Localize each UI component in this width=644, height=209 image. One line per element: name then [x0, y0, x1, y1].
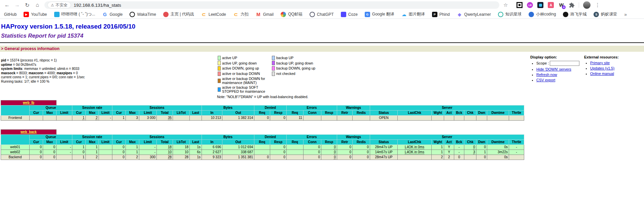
- external-resource-link[interactable]: Primary site: [590, 61, 610, 65]
- profile-avatar[interactable]: [583, 1, 591, 9]
- stat-cell: [190, 115, 202, 120]
- stat-cell: [303, 115, 321, 120]
- external-resource-link[interactable]: Online manual: [590, 72, 614, 76]
- bookmark-item[interactable]: PPhind: [432, 12, 450, 17]
- bookmark-item[interactable]: GGoogle 翻译: [365, 11, 394, 17]
- display-option-link[interactable]: Hide 'DOWN' servers: [536, 67, 571, 71]
- stat-cell: 0: [30, 150, 43, 155]
- bookmark-label: 图片翻译: [409, 11, 425, 17]
- bookmark-item[interactable]: 哔哩哔哩 ( ˚- ˚)つ...: [54, 11, 95, 17]
- haproxy-version-link[interactable]: HAProxy version 1.5.18, released 2016/05…: [1, 23, 135, 30]
- process-info-line: Running tasks: 1/7; idle = 100 %: [1, 80, 217, 84]
- column-group-header: Queue: [30, 134, 72, 139]
- stat-cell: 1 382 314: [222, 115, 254, 120]
- stat-cell: [99, 150, 112, 155]
- table-row-web01: web0100-1101-18181s6 6961 012 6940000028…: [1, 144, 524, 150]
- browser-toolbar: ← → ↻ ⌂ ⚠ 不安全 192.168.6.131/ha_stats ☆ L…: [0, 0, 644, 10]
- w-detector-extension-icon[interactable]: W6: [558, 2, 564, 8]
- stat-cell: 0: [476, 144, 487, 150]
- stat-cell: 0: [254, 115, 270, 120]
- column-header: Cur: [72, 110, 86, 115]
- row-name: Frontend: [1, 115, 30, 120]
- stat-cell: [353, 115, 370, 120]
- bookmark-item[interactable]: ◆QwertyLearner: [457, 12, 491, 17]
- stat-cell: [337, 115, 353, 120]
- column-header: In: [202, 139, 222, 144]
- bookmark-label: 哔哩哔哩 ( ˚- ˚)つ...: [62, 11, 95, 17]
- address-bar[interactable]: ⚠ 不安全 192.168.6.131/ha_stats: [44, 1, 499, 9]
- stat-cell: 0: [337, 155, 353, 160]
- bookmark-item[interactable]: Coze: [341, 12, 358, 17]
- column-group-row: QueueSession rateSessionsBytesDeniedErro…: [1, 105, 524, 110]
- legend-label: backup UP: [276, 55, 325, 60]
- bookmark-item[interactable]: ChatGPT: [310, 12, 334, 17]
- column-group-header: Errors: [287, 105, 337, 110]
- stat-cell: 0: [337, 144, 353, 150]
- legend-label: active or backup SOFT STOPPED for mainte…: [221, 85, 271, 94]
- bookmark-label: Phind: [439, 12, 450, 17]
- stat-cell: [476, 115, 487, 120]
- display-option-link[interactable]: Refresh now: [536, 73, 557, 77]
- browser-menu-icon[interactable]: ⋮: [595, 2, 642, 8]
- bookmarks-overflow-chevron[interactable]: »: [624, 12, 627, 17]
- bookmark-item[interactable]: MGmail: [256, 12, 274, 17]
- row-name: Backend: [1, 155, 30, 160]
- row-name-header: [1, 105, 30, 115]
- bookmark-favicon: [310, 12, 315, 17]
- bookmark-item[interactable]: ▶YouTube: [24, 12, 47, 17]
- reload-button[interactable]: ↻: [23, 1, 32, 9]
- forward-button[interactable]: →: [13, 1, 22, 9]
- row-name-header: [1, 134, 30, 144]
- translate-extension-icon[interactable]: A: [548, 2, 554, 8]
- bookmark-item[interactable]: ⊂LeetCode: [201, 12, 226, 17]
- immersive-translate-extension-icon[interactable]: [537, 2, 543, 8]
- column-header: Conn: [303, 139, 321, 144]
- row-name: web01: [1, 144, 30, 150]
- site-security-chip[interactable]: ⚠ 不安全: [48, 2, 71, 8]
- legend-swatch: [218, 56, 221, 60]
- stat-cell: 0: [337, 150, 353, 155]
- lr-extension-icon[interactable]: LR: [527, 2, 533, 8]
- bookmark-item[interactable]: GGoogle: [102, 12, 123, 17]
- stat-cell: 28m47s UP: [370, 155, 398, 160]
- process-info-line: maxsock = 8033; maxconn = 4000; maxpipes…: [1, 71, 217, 76]
- bookmark-item[interactable]: WakaTime: [130, 12, 156, 17]
- url-text: 192.168.6.131/ha_stats: [74, 3, 121, 8]
- stat-cell: 6 696: [202, 144, 222, 150]
- external-resources-panel: External resources: Primary siteUpdates …: [584, 55, 638, 77]
- stat-cell: [287, 155, 303, 160]
- back-button[interactable]: ←: [3, 1, 11, 9]
- extensions-puzzle-icon[interactable]: [569, 2, 575, 8]
- bookmark-item[interactable]: S蚂蚁课堂: [594, 11, 617, 17]
- bookmark-item[interactable]: QQ邮箱: [281, 11, 302, 17]
- legend-label: active DOWN, going up: [221, 66, 271, 71]
- column-group-header: Warnings: [337, 134, 370, 139]
- display-option-panel: Display option: Scope : Hide 'DOWN' serv…: [530, 55, 584, 83]
- column-header: Act: [444, 139, 454, 144]
- home-button[interactable]: ⌂: [33, 1, 42, 9]
- table-title-link[interactable]: web_back: [21, 130, 37, 134]
- bookmark-item[interactable]: 主页 | 代码战: [163, 11, 194, 17]
- stat-cell: 1s: [190, 144, 202, 150]
- bookmark-item[interactable]: 路飞学城: [563, 11, 586, 17]
- bookmark-item[interactable]: GitHub: [4, 12, 16, 17]
- bookmark-item[interactable]: ⊂力扣: [233, 11, 249, 17]
- column-header: Cur: [112, 110, 126, 115]
- table-title-link[interactable]: web_lb: [23, 101, 34, 104]
- stat-cell: 11: [287, 115, 303, 120]
- stat-cell: [432, 115, 444, 120]
- bookmark-item[interactable]: 小林coding: [529, 11, 556, 17]
- haproxy-stats-page: HAProxy version 1.5.18, released 2016/05…: [0, 19, 644, 160]
- external-resource-link[interactable]: Updates (v1.5): [590, 66, 614, 70]
- screenshot-extension-icon[interactable]: [516, 2, 523, 8]
- stat-cell: 0: [30, 144, 43, 150]
- bookmark-item[interactable]: ☁图片翻译: [401, 11, 425, 17]
- legend-label: active UP: [221, 55, 271, 60]
- display-option-link[interactable]: CSV export: [536, 78, 555, 82]
- bookmark-item[interactable]: 知识星球: [498, 11, 522, 17]
- bookmark-star-icon[interactable]: ☆: [503, 2, 508, 8]
- stat-cell: 0: [43, 144, 57, 150]
- column-header: Req: [254, 139, 270, 144]
- scope-input[interactable]: [550, 61, 579, 66]
- legend-row: active or backup SOFT STOPPED for mainte…: [217, 85, 325, 94]
